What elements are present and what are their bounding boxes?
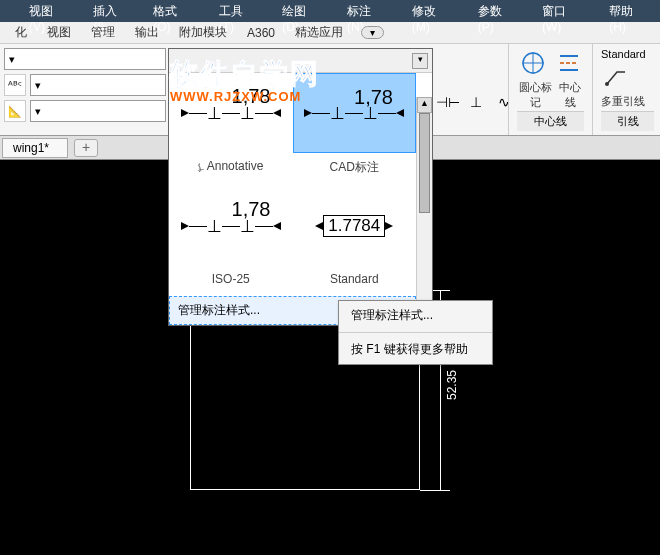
- dimstyle-iso25[interactable]: ⊥⊥ 1,78: [169, 186, 293, 266]
- multileader-icon[interactable]: [601, 62, 631, 92]
- scroll-thumb[interactable]: [419, 113, 430, 213]
- menu-insert[interactable]: 插入(I): [79, 0, 139, 22]
- dimension-text: 52.35: [445, 370, 459, 400]
- menu-draw[interactable]: 绘图(D): [268, 0, 333, 22]
- dimension-tools-group: ⊣⊢ ⊥ ∿: [436, 90, 516, 114]
- menu-help[interactable]: 帮助(H): [595, 0, 660, 22]
- tab-addins[interactable]: 附加模块: [169, 22, 237, 43]
- tab-overflow-button[interactable]: ▾: [361, 26, 384, 39]
- leader-panel: Standard 多重引线 引线: [592, 44, 660, 135]
- tab-view[interactable]: 视图: [37, 22, 81, 43]
- document-tab[interactable]: wing1*: [2, 138, 68, 158]
- dim-extension-2: [420, 490, 450, 491]
- tab-home[interactable]: 化: [5, 22, 37, 43]
- dimstyle-annotative-name: ⍼ Annotative: [169, 153, 293, 186]
- centerline-panel: 圆心标记 中心线 中心线: [508, 44, 592, 135]
- dimstyle-dropdown[interactable]: ▾: [30, 100, 166, 122]
- leader-style-text: Standard: [601, 48, 654, 60]
- dimstyle-annotative[interactable]: ⊥⊥ 1,78: [169, 73, 293, 153]
- center-mark-icon[interactable]: [518, 48, 548, 78]
- dim-tool-icon[interactable]: 📐: [4, 100, 26, 122]
- centerline-label: 中心线: [556, 80, 584, 110]
- dimstyle-standard-name: Standard: [293, 266, 417, 296]
- context-menu: 管理标注样式... 按 F1 键获得更多帮助: [338, 300, 493, 365]
- tab-a360[interactable]: A360: [237, 24, 285, 42]
- context-manage-dimstyles[interactable]: 管理标注样式...: [339, 301, 492, 330]
- tab-manage[interactable]: 管理: [81, 22, 125, 43]
- multileader-label: 多重引线: [601, 94, 645, 109]
- dimstyle-dropdown-panel: ▾ ⊥⊥ 1,78 ⊥⊥ 1,78 ⍼ Annotative CAD标注 ⊥⊥ …: [168, 48, 433, 326]
- menu-dimension[interactable]: 标注(N): [333, 0, 398, 22]
- center-mark-label: 圆心标记: [517, 80, 554, 110]
- menu-modify[interactable]: 修改(M): [398, 0, 464, 22]
- centerline-panel-title: 中心线: [517, 111, 584, 131]
- dim-tool-2[interactable]: ⊥: [464, 90, 488, 114]
- ribbon-leftgroup: ▾ ᴬᴮᶜ ▾ 📐 ▾: [0, 44, 170, 135]
- context-f1-help[interactable]: 按 F1 键获得更多帮助: [339, 335, 492, 364]
- textstyle-dropdown[interactable]: ▾: [30, 74, 166, 96]
- tab-output[interactable]: 输出: [125, 22, 169, 43]
- dropdown-collapse-icon[interactable]: ▾: [412, 53, 428, 69]
- leader-panel-title: 引线: [601, 111, 654, 131]
- menu-tools[interactable]: 工具(T): [205, 0, 269, 22]
- dimstyle-cad[interactable]: ⊥⊥ 1,78: [293, 73, 417, 153]
- menu-window[interactable]: 窗口(W): [528, 0, 595, 22]
- dropdown-scrollbar[interactable]: ▲ ▼: [416, 97, 432, 325]
- menu-view[interactable]: 视图(V): [15, 0, 79, 22]
- layer-dropdown[interactable]: ▾: [4, 48, 166, 70]
- svg-point-6: [605, 82, 609, 86]
- dim-tool-1[interactable]: ⊣⊢: [436, 90, 460, 114]
- dimstyle-cad-name: CAD标注: [293, 153, 417, 186]
- menu-bar: 视图(V) 插入(I) 格式(O) 工具(T) 绘图(D) 标注(N) 修改(M…: [0, 0, 660, 22]
- text-tool-icon[interactable]: ᴬᴮᶜ: [4, 74, 26, 96]
- context-separator: [339, 332, 492, 333]
- dimstyle-iso25-name: ISO-25: [169, 266, 293, 296]
- tab-featured[interactable]: 精选应用: [285, 22, 353, 43]
- centerline-icon[interactable]: [554, 48, 584, 78]
- dimstyle-standard[interactable]: 1.7784: [293, 186, 417, 266]
- menu-parametric[interactable]: 参数(P): [464, 0, 528, 22]
- scroll-up-icon[interactable]: ▲: [417, 97, 432, 113]
- new-tab-button[interactable]: +: [74, 139, 98, 157]
- menu-format[interactable]: 格式(O): [139, 0, 204, 22]
